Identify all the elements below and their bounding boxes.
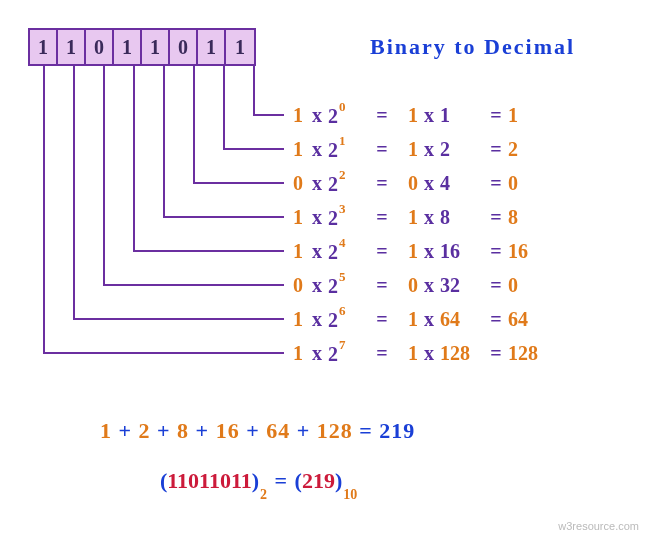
plus-op: + [297,418,311,443]
row-result: 64 [508,308,552,331]
row-result: 0 [508,274,552,297]
decimal-literal: 219 [302,468,335,493]
diagram-title: Binary to Decimal [370,34,575,60]
paren: ) [335,468,342,493]
times-op: x [418,206,440,229]
times-op: x [306,274,328,297]
times-op: x [418,274,440,297]
plus-op: + [196,418,210,443]
equals-op: = [370,274,394,297]
equals-op: = [370,206,394,229]
row-bit: 1 [290,342,306,365]
bit-cell: 1 [58,30,86,64]
row-bit2: 1 [394,138,418,161]
base-subscript: 10 [343,487,357,502]
times-op: x [306,308,328,331]
row-bit2: 1 [394,308,418,331]
times-op: x [418,240,440,263]
calc-row: 1 x 20 = 1 x 1 = 1 [290,98,552,132]
final-equation: (11011011)2 = (219)10 [160,468,357,497]
row-bit2: 1 [394,104,418,127]
bit-cell: 1 [30,30,58,64]
calc-row: 1 x 21 = 1 x 2 = 2 [290,132,552,166]
plus-op: + [119,418,133,443]
times-op: x [306,172,328,195]
row-power: 24 [328,239,370,264]
bit-cell: 1 [198,30,226,64]
row-bit2: 1 [394,240,418,263]
sum-term: 16 [216,418,240,443]
calc-row: 0 x 25 = 0 x 32 = 0 [290,268,552,302]
equals-op: = [359,418,373,443]
equals-op: = [275,468,288,493]
equals-op: = [370,308,394,331]
calc-row: 1 x 26 = 1 x 64 = 64 [290,302,552,336]
sum-total: 219 [379,418,415,443]
equals-op: = [370,104,394,127]
row-power: 21 [328,137,370,162]
equals-op: = [484,206,508,229]
equals-op: = [484,240,508,263]
sum-term: 128 [317,418,353,443]
binary-literal: 11011011 [167,468,251,493]
equals-op: = [370,240,394,263]
row-power: 25 [328,273,370,298]
row-bit: 1 [290,138,306,161]
times-op: x [418,138,440,161]
calc-row: 1 x 27 = 1 x 128 = 128 [290,336,552,370]
row-bit2: 0 [394,274,418,297]
equals-op: = [484,342,508,365]
row-result: 128 [508,342,552,365]
row-bit2: 0 [394,172,418,195]
sum-term: 8 [177,418,189,443]
calc-row: 1 x 24 = 1 x 16 = 16 [290,234,552,268]
bit-cell: 0 [170,30,198,64]
row-power: 22 [328,171,370,196]
times-op: x [418,104,440,127]
row-value: 8 [440,206,484,229]
bit-cell: 0 [86,30,114,64]
bit-cell: 1 [226,30,254,64]
row-bit: 0 [290,172,306,195]
row-bit: 0 [290,274,306,297]
equals-op: = [484,104,508,127]
times-op: x [418,172,440,195]
row-power: 26 [328,307,370,332]
times-op: x [306,104,328,127]
paren: ( [295,468,302,493]
row-bit: 1 [290,206,306,229]
row-bit2: 1 [394,206,418,229]
row-power: 23 [328,205,370,230]
bit-cell: 1 [142,30,170,64]
row-bit: 1 [290,104,306,127]
row-result: 2 [508,138,552,161]
times-op: x [306,342,328,365]
row-value: 1 [440,104,484,127]
equals-op: = [484,138,508,161]
row-result: 8 [508,206,552,229]
equals-op: = [484,274,508,297]
plus-op: + [157,418,171,443]
row-bit: 1 [290,308,306,331]
sum-expression: 1 + 2 + 8 + 16 + 64 + 128 = 219 [100,418,415,444]
row-value: 32 [440,274,484,297]
sum-term: 2 [139,418,151,443]
times-op: x [306,206,328,229]
row-result: 16 [508,240,552,263]
calc-row: 0 x 22 = 0 x 4 = 0 [290,166,552,200]
equals-op: = [370,342,394,365]
row-value: 128 [440,342,484,365]
row-power: 27 [328,341,370,366]
times-op: x [418,308,440,331]
plus-op: + [246,418,260,443]
row-power: 20 [328,103,370,128]
equals-op: = [484,172,508,195]
row-value: 2 [440,138,484,161]
equals-op: = [370,172,394,195]
calc-row: 1 x 23 = 1 x 8 = 8 [290,200,552,234]
times-op: x [306,138,328,161]
base-subscript: 2 [260,487,267,502]
binary-bits-row: 1 1 0 1 1 0 1 1 [28,28,256,66]
watermark: w3resource.com [558,520,639,532]
equals-op: = [370,138,394,161]
